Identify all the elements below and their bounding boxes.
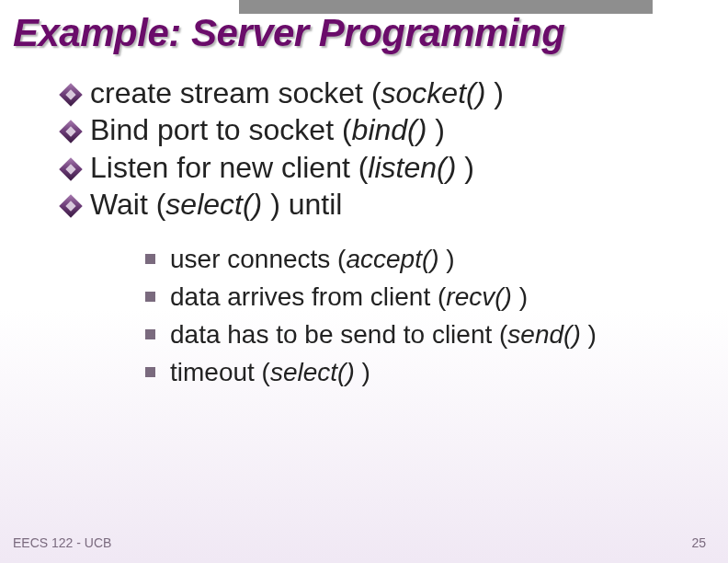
bullet-pre: create stream socket (: [90, 76, 381, 109]
bullet-func: select(): [165, 188, 262, 221]
slide-number: 25: [691, 535, 706, 550]
bullet-text: Bind port to socket (bind() ): [90, 112, 445, 147]
footer-course: EECS 122 - UCB: [13, 535, 111, 550]
bullet-pre: Wait (: [90, 188, 165, 221]
bullet-post: ): [456, 151, 474, 184]
subbullet-post: ): [439, 245, 455, 273]
subbullet-post: ): [355, 358, 370, 386]
list-item: data has to be send to client (send() ): [145, 318, 728, 350]
title-accent-bar: [239, 0, 653, 14]
subbullet-func: send(): [507, 320, 580, 349]
diamond-bullet-icon: [63, 161, 79, 178]
list-item: data arrives from client (recv() ): [145, 281, 728, 313]
square-bullet-icon: [145, 367, 155, 377]
subbullet-text: timeout (select() ): [170, 356, 370, 388]
subbullet-text: user connects (accept() ): [170, 243, 455, 275]
list-item: Wait (select() ) until: [63, 187, 728, 222]
bullet-text: Listen for new client (listen() ): [90, 150, 474, 185]
bullet-text: Wait (select() ) until: [90, 187, 342, 222]
list-item: create stream socket (socket() ): [63, 75, 728, 110]
subbullet-pre: data arrives from client (: [170, 282, 446, 311]
subbullet-func: select(): [270, 358, 355, 386]
list-item: timeout (select() ): [145, 356, 728, 388]
subbullet-func: accept(): [346, 245, 438, 273]
sub-list: user connects (accept() ) data arrives f…: [63, 224, 728, 388]
bullet-pre: Listen for new client (: [90, 151, 368, 184]
square-bullet-icon: [145, 254, 155, 264]
subbullet-text: data has to be send to client (send() ): [170, 318, 597, 350]
square-bullet-icon: [145, 292, 155, 302]
bullet-post: ) until: [262, 188, 342, 221]
subbullet-pre: data has to be send to client (: [170, 320, 507, 349]
diamond-bullet-icon: [63, 86, 79, 103]
square-bullet-icon: [145, 329, 155, 339]
subbullet-func: recv(): [446, 282, 512, 311]
subbullet-post: ): [512, 282, 528, 311]
subbullet-post: ): [581, 320, 597, 349]
content-area: create stream socket (socket() ) Bind po…: [0, 55, 728, 388]
bullet-pre: Bind port to socket (: [90, 113, 352, 146]
bullet-func: socket(): [381, 76, 486, 109]
bullet-text: create stream socket (socket() ): [90, 75, 504, 110]
list-item: Listen for new client (listen() ): [63, 150, 728, 185]
list-item: user connects (accept() ): [145, 243, 728, 275]
subbullet-text: data arrives from client (recv() ): [170, 281, 528, 313]
bullet-post: ): [485, 76, 504, 109]
subbullet-pre: timeout (: [170, 358, 270, 386]
bullet-func: bind(): [352, 113, 427, 146]
subbullet-pre: user connects (: [170, 245, 346, 273]
list-item: Bind port to socket (bind() ): [63, 112, 728, 147]
bullet-post: ): [427, 113, 445, 146]
diamond-bullet-icon: [63, 198, 79, 214]
bullet-func: listen(): [368, 151, 456, 184]
diamond-bullet-icon: [63, 123, 79, 140]
